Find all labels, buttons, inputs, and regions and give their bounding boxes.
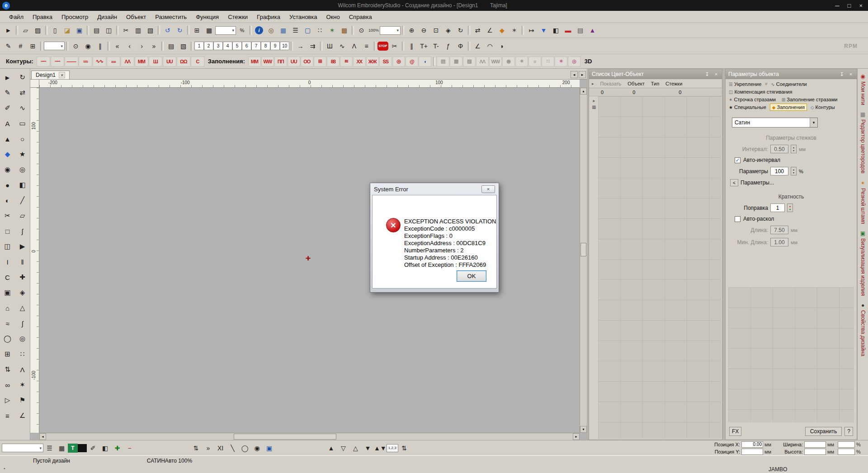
dialog-close-icon[interactable]: ×	[481, 185, 495, 193]
interval-input[interactable]	[770, 145, 788, 153]
design-workflow-icon[interactable]: ◧	[550, 24, 562, 36]
side-tab[interactable]: ▦ Редактор цветородов	[860, 111, 866, 174]
send-to-machine-icon[interactable]: ↦	[525, 24, 538, 36]
stepper-down-icon[interactable]: ▾	[793, 171, 794, 175]
tab-fills[interactable]: ◆ Заполнения	[770, 104, 807, 111]
side-tab[interactable]: ◉ Мои нити	[860, 73, 866, 105]
tool-gradient-icon[interactable]: ◐	[0, 193, 15, 208]
tool-eraser-icon[interactable]: ▱	[15, 208, 30, 223]
grid-toggle-icon[interactable]: ▦	[277, 24, 289, 36]
zoom-tool-icon[interactable]: ⊙	[355, 24, 368, 36]
3d-toggle[interactable]: 3D	[585, 58, 592, 65]
params-back-button[interactable]: <	[730, 179, 738, 186]
tool-rect-icon[interactable]: ▭	[15, 116, 30, 131]
fill-cross-stitch-icon[interactable]: XX	[353, 57, 366, 66]
fill-moon-icon[interactable]: ◖	[419, 57, 431, 66]
menu-item[interactable]: Графика	[252, 12, 285, 22]
tool-mirror-icon[interactable]: ⇄	[15, 85, 30, 100]
stepper-down-icon[interactable]: ▾	[789, 208, 791, 211]
rpm-label[interactable]: RPM	[844, 40, 858, 52]
side-tab[interactable]: ▣ Визуализация изделия	[860, 230, 866, 296]
menu-item[interactable]: Установка	[285, 12, 321, 22]
tab-stone-fill[interactable]: ⊞ Заполнение стразами	[779, 96, 840, 103]
caliper-icon[interactable]: ∥	[94, 40, 106, 52]
fill-lattice-icon[interactable]: ⊞	[314, 57, 326, 66]
kerning-icon[interactable]: ∥	[406, 40, 418, 52]
fill-satin-icon[interactable]: WW	[261, 57, 274, 66]
menu-item[interactable]: Функция	[191, 12, 223, 22]
percent-label[interactable]: %	[236, 24, 248, 36]
save-design-icon[interactable]: ▣	[73, 24, 85, 36]
stitch-wave-icon[interactable]: ∿	[336, 40, 348, 52]
horizontal-scrollbar[interactable]: ◂ ▸	[39, 433, 580, 440]
tool-select-icon[interactable]: ►	[0, 70, 15, 85]
stop-icon[interactable]: STOP	[377, 42, 388, 51]
text-plus-icon[interactable]: T+	[418, 40, 430, 52]
side-tab[interactable]: ● Свойства дизайна	[860, 302, 866, 356]
palette-grid-icon[interactable]: ▦	[56, 442, 68, 454]
tool-target-icon[interactable]: ◎	[15, 331, 30, 346]
pin-icon[interactable]: ↧	[704, 71, 710, 77]
tool-s-curve-icon[interactable]: ∫	[15, 316, 30, 331]
paste-icon[interactable]: ▧	[144, 24, 156, 36]
tool-scissors-icon[interactable]: ✂	[0, 208, 15, 223]
fill-florentine-icon[interactable]: @	[406, 57, 418, 66]
scroll-left-icon[interactable]: ◂	[39, 433, 46, 440]
color-film-icon[interactable]: ▬	[562, 24, 574, 36]
branch-icon[interactable]: →	[294, 40, 307, 52]
palette-list-icon[interactable]: ☰	[43, 442, 56, 454]
tab-outlines[interactable]: ◇ Контуры	[808, 104, 837, 111]
stitch-type-select[interactable]: Сатин ▾	[732, 118, 818, 128]
tab-special[interactable]: ★ Специальные	[726, 104, 769, 111]
auto-interval-checkbox[interactable]: ✓	[735, 157, 741, 163]
number-button-5[interactable]: 5	[232, 42, 242, 50]
resequence-icon[interactable]: ⇅	[398, 442, 410, 454]
zoom-combo[interactable]: ▾	[380, 26, 401, 35]
travel-back-icon[interactable]: ‹	[123, 40, 136, 52]
contour-omega-icon[interactable]: ΩΩ	[177, 57, 190, 66]
tab-underlay[interactable]: ☰ Укрепление	[726, 80, 764, 88]
min-length-input[interactable]	[770, 238, 788, 246]
stitch-zigzag-icon[interactable]: Λ	[348, 40, 360, 52]
tool-input-b-icon[interactable]: ‖	[15, 254, 30, 270]
menu-item[interactable]: Стежки	[223, 12, 252, 22]
vector-select-icon[interactable]: ▱	[19, 24, 32, 36]
stitch-travel-icon[interactable]: »	[202, 442, 214, 454]
tool-updown-icon[interactable]: ⇅	[0, 362, 15, 377]
basket-icon[interactable]: ◆	[496, 24, 508, 36]
tool-flag-icon[interactable]: ⚑	[15, 393, 30, 408]
close-icon[interactable]: ×	[713, 71, 719, 77]
remove-color-icon[interactable]: −	[123, 442, 136, 454]
new-design-icon[interactable]: ▯	[49, 24, 61, 36]
travel-forward-icon[interactable]: ›	[136, 40, 148, 52]
bitmap-icon[interactable]: ▨	[32, 24, 44, 36]
auto-split-checkbox[interactable]	[735, 216, 741, 222]
tool-measure-icon[interactable]: ∠	[15, 408, 30, 423]
fx-button[interactable]: FX	[729, 427, 741, 436]
fill-zigzag-icon[interactable]: ΛΛ	[476, 57, 489, 66]
undo-icon[interactable]: ↺	[161, 24, 174, 36]
export-machine-icon[interactable]: ▲	[586, 24, 599, 36]
fill-grid-icon[interactable]: ▦	[450, 57, 462, 66]
fill-hatch-icon[interactable]: ▧	[463, 57, 476, 66]
fill-wave-icon[interactable]: ≋	[340, 57, 353, 66]
minimize-button[interactable]: ─	[835, 2, 839, 9]
stamp-icon[interactable]: ▩	[338, 24, 350, 36]
pointer-tool-icon[interactable]: ►	[2, 24, 14, 36]
tool-star-icon[interactable]: ★	[15, 147, 30, 162]
hoop-icon[interactable]: ◎	[265, 24, 277, 36]
stepper-up-icon[interactable]: ▴	[793, 168, 794, 171]
tool-filled-circle-icon[interactable]: ◉	[0, 162, 15, 177]
tool-arrow-icon[interactable]: ▶	[15, 239, 30, 254]
tool-wave-icon[interactable]: ≈	[0, 316, 15, 331]
contour-curve-icon[interactable]: C	[191, 57, 204, 66]
open-design-icon[interactable]: ◪	[61, 24, 73, 36]
scale-combo[interactable]: ▾	[215, 26, 236, 35]
position-input[interactable]	[741, 441, 763, 448]
add-color-icon[interactable]: ✚	[111, 442, 123, 454]
fill-trapunto-icon[interactable]: ≡	[528, 57, 541, 66]
sequence-icon[interactable]: ⇉	[307, 40, 319, 52]
sphere-icon[interactable]: ◉	[251, 442, 263, 454]
help-button[interactable]: ?	[844, 427, 853, 436]
contour-triple-icon[interactable]: ┄┄	[51, 57, 64, 66]
